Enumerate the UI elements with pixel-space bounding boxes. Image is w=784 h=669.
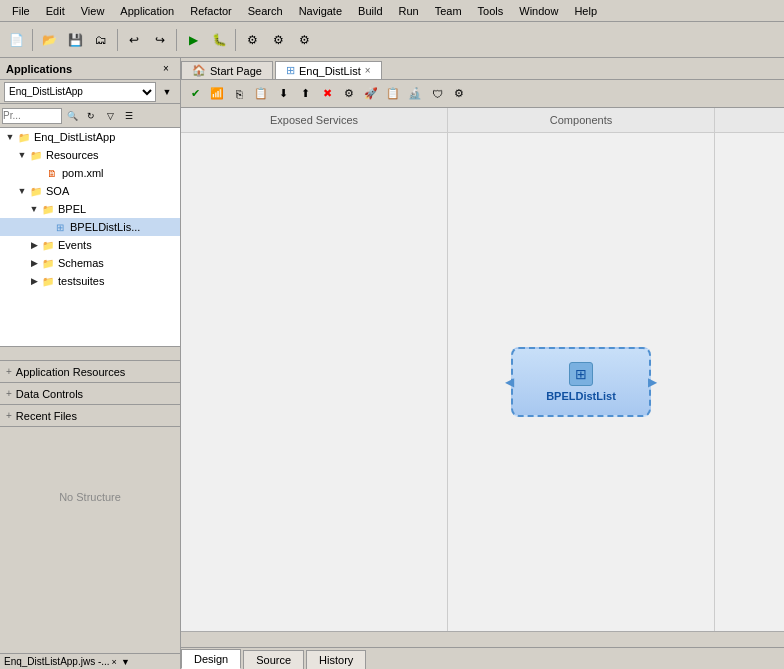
action-toolbar: ✔ 📶 ⎘ 📋 ⬇ ⬆ ✖ ⚙ 🚀 📋 🔬 🛡 ⚙ Enq_DistList	[181, 80, 784, 108]
menu-file[interactable]: File	[4, 3, 38, 19]
menu-application[interactable]: Application	[112, 3, 182, 19]
shield-btn[interactable]: 🛡	[427, 84, 447, 104]
wireless-btn[interactable]: 📶	[207, 84, 227, 104]
expand-testsuites[interactable]: ▶	[28, 275, 40, 287]
expand-schemas[interactable]: ▶	[28, 257, 40, 269]
folder-icon-schemas: 📁	[40, 255, 56, 271]
tree-node-bpel[interactable]: ▼ 📁 BPEL	[0, 200, 180, 218]
tree-node-soa[interactable]: ▼ 📁 SOA	[0, 182, 180, 200]
project-icon: 📁	[16, 129, 32, 145]
project-menu-button[interactable]: ▼	[158, 83, 176, 101]
deploy3-button[interactable]: ⚙	[292, 28, 316, 52]
save-button[interactable]: 💾	[63, 28, 87, 52]
xml-icon: 🗎	[44, 165, 60, 181]
menu-window[interactable]: Window	[511, 3, 566, 19]
components-col: ⊞ BPELDistList ◀ ▶	[448, 133, 715, 631]
menu-refactor[interactable]: Refactor	[182, 3, 240, 19]
external-references-header: External References	[715, 108, 784, 133]
tree-label-resources: Resources	[46, 149, 99, 161]
menu-help[interactable]: Help	[566, 3, 605, 19]
structure-panel: No Structure	[0, 426, 180, 653]
recent-files-section[interactable]: + Recent Files	[0, 404, 180, 426]
tree-hscroll[interactable]	[0, 346, 180, 360]
save-all-button[interactable]: 🗂	[89, 28, 113, 52]
paste-btn[interactable]: 📋	[251, 84, 271, 104]
open-button[interactable]: 📂	[37, 28, 61, 52]
tree-node-testsuites[interactable]: ▶ 📁 testsuites	[0, 272, 180, 290]
tree-config-btn[interactable]: ☰	[120, 107, 138, 125]
data-controls-section[interactable]: + Data Controls	[0, 382, 180, 404]
tab-design-label: Design	[194, 653, 228, 665]
deploy-act-btn[interactable]: 🚀	[361, 84, 381, 104]
toolbar-sep-4	[235, 29, 236, 51]
tree-node-bpeldistlist[interactable]: ▶ ⊞ BPELDistLis...	[0, 218, 180, 236]
deploy2-button[interactable]: ⚙	[266, 28, 290, 52]
right-panel: 🏠 Start Page ⊞ Enq_DistList × ✔ 📶 ⎘ 📋 ⬇ …	[181, 58, 784, 669]
data-controls-expand-icon: +	[6, 388, 12, 399]
canvas-area[interactable]: Exposed Services Components External Ref…	[181, 108, 784, 669]
gear-btn[interactable]: ⚙	[449, 84, 469, 104]
tree-node-resources[interactable]: ▼ 📁 Resources	[0, 146, 180, 164]
tab-source[interactable]: Source	[243, 650, 304, 669]
tree-node-root[interactable]: ▼ 📁 Enq_DistListApp	[0, 128, 180, 146]
expand-bpel[interactable]: ▼	[28, 203, 40, 215]
expand-soa[interactable]: ▼	[16, 185, 28, 197]
recent-files-label: Recent Files	[16, 410, 77, 422]
tab-enq-close[interactable]: ×	[365, 65, 371, 76]
delete-btn[interactable]: ✖	[317, 84, 337, 104]
applications-header: Applications ×	[0, 58, 180, 80]
expand-root[interactable]: ▼	[4, 131, 16, 143]
expand-events[interactable]: ▶	[28, 239, 40, 251]
copy-btn[interactable]: ⎘	[229, 84, 249, 104]
tab-start-page[interactable]: 🏠 Start Page	[181, 61, 273, 79]
tree-label-bpel: BPEL	[58, 203, 86, 215]
project-select[interactable]: Enq_DistListApp	[4, 82, 156, 102]
menu-run[interactable]: Run	[391, 3, 427, 19]
redo-button[interactable]: ↪	[148, 28, 172, 52]
props-btn[interactable]: 📋	[383, 84, 403, 104]
tree-refresh-btn[interactable]: ↻	[82, 107, 100, 125]
export-btn[interactable]: ⬆	[295, 84, 315, 104]
tab-enq-icon: ⊞	[286, 64, 295, 77]
menu-edit[interactable]: Edit	[38, 3, 73, 19]
folder-icon-events: 📁	[40, 237, 56, 253]
config-btn[interactable]: ⚙	[339, 84, 359, 104]
tree-filter-btn[interactable]: ▽	[101, 107, 119, 125]
debug-button[interactable]: 🐛	[207, 28, 231, 52]
deploy-button[interactable]: ⚙	[240, 28, 264, 52]
menu-team[interactable]: Team	[427, 3, 470, 19]
tree-node-events[interactable]: ▶ 📁 Events	[0, 236, 180, 254]
tree-node-schemas[interactable]: ▶ 📁 Schemas	[0, 254, 180, 272]
bottom-file-close[interactable]: ×	[112, 657, 117, 667]
new-button[interactable]: 📄	[4, 28, 28, 52]
exposed-services-header: Exposed Services	[181, 108, 448, 133]
import-btn[interactable]: ⬇	[273, 84, 293, 104]
bpel-file-icon: ⊞	[52, 219, 68, 235]
canvas-hscroll[interactable]	[181, 631, 784, 647]
app-resources-section[interactable]: + Application Resources	[0, 360, 180, 382]
recent-files-expand-icon: +	[6, 410, 12, 421]
run-button[interactable]: ▶	[181, 28, 205, 52]
tab-design[interactable]: Design	[181, 649, 241, 669]
bottom-file-menu[interactable]: ▼	[121, 657, 130, 667]
menu-build[interactable]: Build	[350, 3, 390, 19]
exposed-services-col	[181, 133, 448, 631]
bpel-node[interactable]: ⊞ BPELDistList ◀ ▶	[511, 347, 651, 417]
tab-enq-distlist[interactable]: ⊞ Enq_DistList ×	[275, 61, 382, 79]
bpel-node-icon: ⊞	[569, 362, 593, 386]
tree-label-soa: SOA	[46, 185, 69, 197]
tree-search-btn[interactable]: 🔍	[63, 107, 81, 125]
close-panel-button[interactable]: ×	[158, 61, 174, 77]
menu-navigate[interactable]: Navigate	[291, 3, 350, 19]
validate-btn[interactable]: ✔	[185, 84, 205, 104]
tab-history[interactable]: History	[306, 650, 366, 669]
folder-icon-soa: 📁	[28, 183, 44, 199]
tree-search-input[interactable]	[2, 108, 62, 124]
undo-button[interactable]: ↩	[122, 28, 146, 52]
menu-tools[interactable]: Tools	[470, 3, 512, 19]
tree-node-pom[interactable]: ▶ 🗎 pom.xml	[0, 164, 180, 182]
test-btn[interactable]: 🔬	[405, 84, 425, 104]
expand-resources[interactable]: ▼	[16, 149, 28, 161]
menu-search[interactable]: Search	[240, 3, 291, 19]
menu-view[interactable]: View	[73, 3, 113, 19]
